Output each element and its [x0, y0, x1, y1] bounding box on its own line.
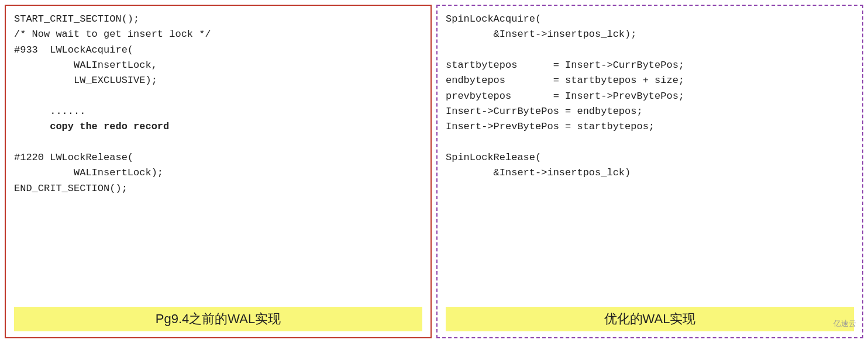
- left-code-line-3: #933 LWLockAcquire(: [14, 44, 133, 56]
- right-code-line-1: SpinLockAcquire(: [446, 13, 541, 25]
- left-code-line-4: WALInsertLock,: [14, 60, 157, 71]
- left-label: Pg9.4之前的WAL实现: [14, 307, 422, 331]
- left-code-line-12: END_CRIT_SECTION();: [14, 183, 128, 194]
- right-code-line-4: startbytepos = Insert->CurrBytePos;: [446, 60, 684, 71]
- left-code-line-7: ......: [14, 106, 85, 117]
- right-code-line-11: &Insert->insertpos_lck): [446, 167, 631, 178]
- right-code-line-10: SpinLockRelease(: [446, 152, 541, 163]
- right-code-line-8: Insert->PrevBytePos = startbytepos;: [446, 121, 655, 132]
- watermark: 亿速云: [833, 318, 856, 329]
- right-label: 优化的WAL实现: [446, 307, 854, 331]
- left-panel: START_CRIT_SECTION(); /* Now wait to get…: [5, 5, 432, 338]
- left-code-line-10: #1220 LWLockRelease(: [14, 152, 133, 163]
- left-code-line-1: START_CRIT_SECTION();: [14, 13, 139, 25]
- left-code-line-11: WALInsertLock);: [14, 167, 163, 178]
- left-code-line-8: copy the redo record: [14, 121, 169, 132]
- left-code-line-2: /* Now wait to get insert lock */: [14, 29, 211, 40]
- right-code: SpinLockAcquire( &Insert->insertpos_lck)…: [446, 12, 854, 304]
- left-code: START_CRIT_SECTION(); /* Now wait to get…: [14, 12, 422, 304]
- right-code-line-2: &Insert->insertpos_lck);: [446, 29, 636, 40]
- right-code-line-6: prevbytepos = Insert->PrevBytePos;: [446, 91, 684, 102]
- right-code-line-7: Insert->CurrBytePos = endbytepos;: [446, 106, 643, 117]
- right-panel: SpinLockAcquire( &Insert->insertpos_lck)…: [436, 5, 863, 338]
- right-code-line-5: endbytepos = startbytepos + size;: [446, 75, 684, 86]
- left-code-line-5: LW_EXCLUSIVE);: [14, 75, 157, 86]
